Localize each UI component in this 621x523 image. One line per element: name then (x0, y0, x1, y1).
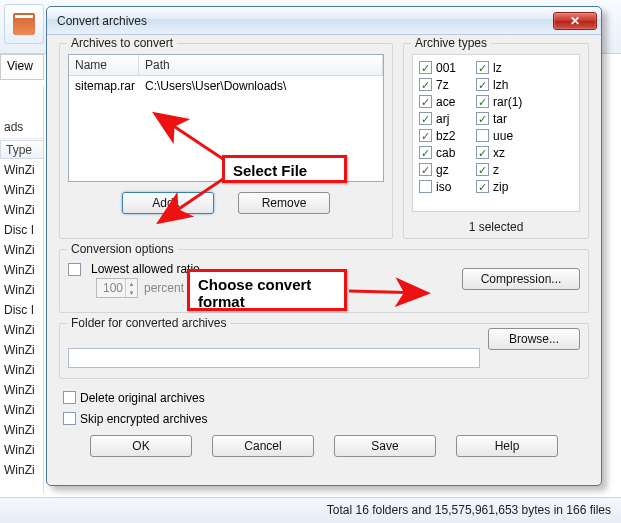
type-label: uue (493, 129, 513, 143)
bg-list-item[interactable]: Disc I (0, 220, 44, 240)
type-option-lz[interactable]: lz (476, 59, 522, 76)
bg-list-item[interactable]: WinZi (0, 440, 44, 460)
ratio-value (97, 280, 125, 296)
bg-icon-help[interactable] (4, 4, 44, 44)
type-label: ace (436, 95, 455, 109)
checkbox[interactable] (419, 163, 432, 176)
checkbox[interactable] (476, 180, 489, 193)
save-button[interactable]: Save (334, 435, 436, 457)
group-label: Conversion options (67, 242, 178, 256)
folder-input[interactable] (68, 348, 480, 368)
bg-list-item[interactable]: WinZi (0, 380, 44, 400)
type-label: lzh (493, 78, 508, 92)
type-option-cab[interactable]: cab (419, 144, 456, 161)
help-button[interactable]: Help (456, 435, 558, 457)
column-header-type[interactable]: Type (0, 140, 44, 159)
checkbox[interactable] (476, 163, 489, 176)
compression-button[interactable]: Compression... (462, 268, 580, 290)
type-label: arj (436, 112, 449, 126)
type-option-7z[interactable]: 7z (419, 76, 456, 93)
cell-name: sitemap.rar (69, 79, 139, 93)
type-option-bz2[interactable]: bz2 (419, 127, 456, 144)
type-option-arj[interactable]: arj (419, 110, 456, 127)
archives-listview[interactable]: Name Path sitemap.rar C:\Users\User\Down… (68, 54, 384, 182)
checkbox[interactable] (476, 146, 489, 159)
group-label: Archives to convert (67, 36, 177, 50)
checkbox[interactable] (419, 95, 432, 108)
bg-list-item[interactable]: WinZi (0, 400, 44, 420)
conversion-options-group: Conversion options Lowest allowed ratio … (59, 249, 589, 313)
bg-list-item[interactable]: Disc I (0, 300, 44, 320)
checkbox[interactable] (419, 61, 432, 74)
type-label: tar (493, 112, 507, 126)
list-item[interactable]: sitemap.rar C:\Users\User\Downloads\ (69, 78, 383, 94)
type-label: rar(1) (493, 95, 522, 109)
chevron-up-icon[interactable]: ▲ (126, 279, 137, 288)
bg-list-item[interactable]: WinZi (0, 200, 44, 220)
type-option-rar(1)[interactable]: rar(1) (476, 93, 522, 110)
type-label: z (493, 163, 499, 177)
type-label: 001 (436, 61, 456, 75)
remove-button[interactable]: Remove (238, 192, 330, 214)
type-label: iso (436, 180, 451, 194)
bg-list-item[interactable]: WinZi (0, 320, 44, 340)
bg-list-item[interactable]: WinZi (0, 360, 44, 380)
column-header-path[interactable]: Path (139, 55, 383, 76)
bg-file-list: WinZiWinZiWinZiDisc IWinZiWinZiWinZiDisc… (0, 160, 44, 480)
checkbox[interactable] (419, 146, 432, 159)
type-option-zip[interactable]: zip (476, 178, 522, 195)
type-option-uue[interactable]: uue (476, 127, 522, 144)
bg-list-item[interactable]: WinZi (0, 160, 44, 180)
type-option-ace[interactable]: ace (419, 93, 456, 110)
group-label: Folder for converted archives (67, 316, 230, 330)
cancel-button[interactable]: Cancel (212, 435, 314, 457)
type-label: 7z (436, 78, 449, 92)
bg-list-item[interactable]: WinZi (0, 180, 44, 200)
type-option-z[interactable]: z (476, 161, 522, 178)
checkbox[interactable] (419, 129, 432, 142)
bg-list-item[interactable]: WinZi (0, 340, 44, 360)
bg-list-item[interactable]: WinZi (0, 420, 44, 440)
bg-list-item[interactable]: WinZi (0, 240, 44, 260)
type-option-001[interactable]: 001 (419, 59, 456, 76)
type-option-gz[interactable]: gz (419, 161, 456, 178)
checkbox[interactable] (476, 78, 489, 91)
delete-original-label: Delete original archives (80, 391, 205, 405)
browse-button[interactable]: Browse... (488, 328, 580, 350)
ratio-spinner[interactable]: ▲▼ (96, 278, 138, 298)
bg-list-item[interactable]: WinZi (0, 460, 44, 480)
delete-original-checkbox[interactable] (63, 391, 76, 404)
percent-label: percent (144, 281, 184, 295)
bg-side-item[interactable]: ads (0, 116, 43, 139)
bg-list-item[interactable]: WinZi (0, 260, 44, 280)
type-label: bz2 (436, 129, 455, 143)
type-option-xz[interactable]: xz (476, 144, 522, 161)
skip-encrypted-checkbox[interactable] (63, 412, 76, 425)
titlebar[interactable]: Convert archives ✕ (47, 7, 601, 35)
close-button[interactable]: ✕ (553, 12, 597, 30)
type-label: lz (493, 61, 502, 75)
checkbox[interactable] (476, 95, 489, 108)
checkbox[interactable] (419, 180, 432, 193)
type-label: gz (436, 163, 449, 177)
checkbox[interactable] (476, 129, 489, 142)
type-option-lzh[interactable]: lzh (476, 76, 522, 93)
bg-list-item[interactable]: WinZi (0, 280, 44, 300)
archives-to-convert-group: Archives to convert Name Path sitemap.ra… (59, 43, 393, 239)
type-label: cab (436, 146, 455, 160)
lowest-ratio-checkbox[interactable] (68, 263, 81, 276)
skip-encrypted-label: Skip encrypted archives (80, 412, 207, 426)
add-button[interactable]: Add... (122, 192, 214, 214)
dialog-title: Convert archives (57, 14, 553, 28)
checkbox[interactable] (419, 78, 432, 91)
type-option-tar[interactable]: tar (476, 110, 522, 127)
column-header-name[interactable]: Name (69, 55, 139, 76)
checkbox[interactable] (476, 112, 489, 125)
ok-button[interactable]: OK (90, 435, 192, 457)
tab-view[interactable]: View (0, 54, 44, 80)
chevron-down-icon[interactable]: ▼ (126, 288, 137, 297)
checkbox[interactable] (419, 112, 432, 125)
type-option-iso[interactable]: iso (419, 178, 456, 195)
checkbox[interactable] (476, 61, 489, 74)
convert-archives-dialog: Convert archives ✕ Archives to convert N… (46, 6, 602, 486)
